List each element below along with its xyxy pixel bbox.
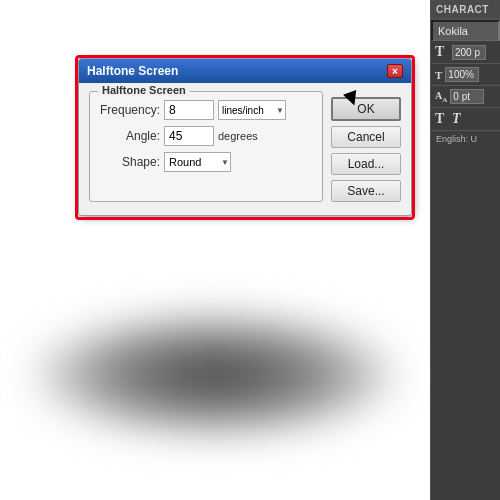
frequency-row: Frequency: lines/inch lines/cm ▼ (100, 100, 312, 120)
shape-row: Shape: Round Diamond Ellipse Line Square… (100, 152, 312, 172)
panel-header: CHARACT (431, 0, 500, 20)
right-panel: CHARACT T T AA T T English: U (430, 0, 500, 500)
font-scale-input[interactable] (445, 67, 479, 82)
panel-row-style: T T (431, 108, 500, 131)
t-italic-icon: T (452, 111, 466, 127)
frequency-unit-select[interactable]: lines/inch lines/cm (218, 100, 286, 120)
panel-row-scale: T (431, 64, 500, 86)
angle-input[interactable] (164, 126, 214, 146)
halftone-group-box: Halftone Screen Frequency: lines/inch li… (89, 91, 323, 202)
cancel-button[interactable]: Cancel (331, 126, 401, 148)
dialog-title: Halftone Screen (87, 64, 178, 78)
ok-button[interactable]: OK (331, 97, 401, 121)
dialog-titlebar: Halftone Screen × (79, 59, 411, 83)
t-style-icon: T (435, 111, 449, 127)
shape-select[interactable]: Round Diamond Ellipse Line Square Cross (164, 152, 231, 172)
dialog-content: Halftone Screen Frequency: lines/inch li… (79, 83, 411, 210)
halftone-screen-dialog: Halftone Screen × Halftone Screen Freque… (78, 58, 412, 216)
shape-select-wrapper: Round Diamond Ellipse Line Square Cross … (164, 152, 231, 172)
panel-row-size: T (431, 41, 500, 64)
angle-row: Angle: degrees (100, 126, 312, 146)
frequency-input[interactable] (164, 100, 214, 120)
dialog-button-column: OK Cancel Load... Save... (331, 91, 401, 202)
font-name-input[interactable] (431, 20, 500, 41)
panel-language: English: U (431, 131, 500, 147)
panel-row-tracking: AA (431, 86, 500, 108)
angle-unit-label: degrees (218, 130, 258, 142)
t-large-icon: T (435, 44, 449, 60)
frequency-label: Frequency: (100, 103, 160, 117)
shape-label: Shape: (100, 155, 160, 169)
frequency-unit-wrapper: lines/inch lines/cm ▼ (218, 100, 286, 120)
save-button[interactable]: Save... (331, 180, 401, 202)
angle-label: Angle: (100, 129, 160, 143)
tracking-icon: AA (435, 90, 447, 104)
close-button[interactable]: × (387, 64, 403, 78)
group-label: Halftone Screen (98, 84, 190, 96)
load-button[interactable]: Load... (331, 153, 401, 175)
font-size-input[interactable] (452, 45, 486, 60)
t-small-icon: T (435, 69, 442, 81)
canvas-blob (30, 310, 400, 440)
tracking-input[interactable] (450, 89, 484, 104)
